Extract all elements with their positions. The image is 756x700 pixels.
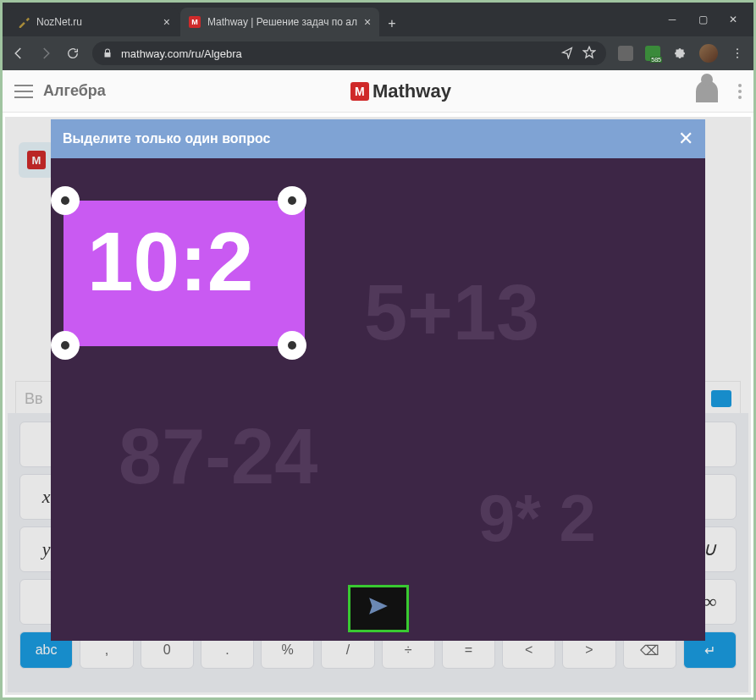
selection-rectangle[interactable]: 10:2 — [63, 201, 305, 346]
svg-point-2 — [737, 57, 738, 58]
mathway-logo[interactable]: M Mathway — [350, 80, 451, 102]
chat-avatar: M — [19, 142, 54, 178]
crop-canvas[interactable]: 5+13 87-24 9* 2 10:2 — [51, 158, 705, 641]
extension-icon[interactable] — [618, 46, 633, 61]
expression-text: 87-24 — [119, 412, 317, 501]
crop-handle-top-left[interactable] — [51, 186, 80, 215]
send-icon — [366, 594, 391, 623]
tab-noznet[interactable]: NozNet.ru × — [9, 8, 179, 36]
tab-strip: NozNet.ru × M Mathway | Решение задач по… — [9, 3, 395, 36]
crop-handle-bottom-left[interactable] — [51, 331, 80, 360]
svg-point-1 — [737, 52, 738, 54]
crop-handle-top-right[interactable] — [278, 186, 306, 215]
url-input[interactable]: mathway.com/ru/Algebra — [92, 41, 606, 65]
star-icon[interactable] — [582, 46, 596, 62]
tab-title: Mathway | Решение задач по ал — [207, 16, 357, 28]
mathway-favicon-icon: M — [189, 16, 201, 28]
camera-button-icon[interactable] — [711, 390, 731, 407]
logo-icon: M — [350, 82, 369, 101]
lock-icon — [102, 48, 113, 58]
back-button[interactable] — [11, 46, 26, 61]
forward-button[interactable] — [38, 46, 53, 61]
close-tab-icon[interactable]: × — [364, 15, 371, 29]
window-titlebar: NozNet.ru × M Mathway | Решение задач по… — [3, 3, 753, 36]
svg-point-0 — [737, 48, 738, 50]
crop-handle-bottom-right[interactable] — [278, 331, 306, 360]
close-window-button[interactable]: ✕ — [728, 14, 738, 25]
brand-text: Mathway — [372, 80, 451, 102]
menu-button[interactable] — [14, 85, 33, 98]
modal-title: Выделите только один вопрос — [63, 131, 270, 146]
subject-label: Алгебра — [43, 82, 106, 100]
modal-header: Выделите только один вопрос ✕ — [51, 119, 705, 158]
minimize-button[interactable]: ─ — [667, 14, 677, 25]
window-controls: ─ ▢ ✕ — [667, 14, 747, 25]
input-placeholder: Вв — [25, 390, 43, 408]
more-menu-button[interactable] — [738, 84, 742, 99]
tab-title: NozNet.ru — [36, 16, 82, 28]
account-icon[interactable] — [699, 44, 718, 63]
extensions-button-icon[interactable] — [672, 46, 687, 61]
selected-expression: 10:2 — [87, 214, 253, 310]
mathway-header: Алгебра M Mathway — [3, 70, 753, 113]
new-tab-button[interactable]: + — [388, 16, 395, 36]
logo-icon: M — [27, 151, 46, 169]
share-icon[interactable] — [560, 46, 574, 62]
close-modal-button[interactable]: ✕ — [678, 128, 693, 150]
profile-icon[interactable] — [696, 80, 718, 102]
reload-button[interactable] — [65, 46, 80, 61]
submit-crop-button[interactable] — [348, 585, 409, 632]
maximize-button[interactable]: ▢ — [698, 14, 708, 25]
expression-text: 9* 2 — [478, 480, 596, 557]
wrench-icon — [18, 16, 30, 28]
chrome-menu-button[interactable] — [730, 46, 745, 61]
address-bar: mathway.com/ru/Algebra 585 — [3, 36, 753, 70]
tab-mathway[interactable]: M Mathway | Решение задач по ал × — [180, 8, 379, 36]
crop-modal: Выделите только один вопрос ✕ 5+13 87-24… — [51, 119, 705, 641]
extension-area: 585 — [618, 44, 745, 63]
close-tab-icon[interactable]: × — [163, 15, 170, 29]
extension-icon[interactable]: 585 — [645, 46, 660, 61]
url-text: mathway.com/ru/Algebra — [121, 47, 242, 60]
expression-text: 5+13 — [364, 268, 539, 357]
